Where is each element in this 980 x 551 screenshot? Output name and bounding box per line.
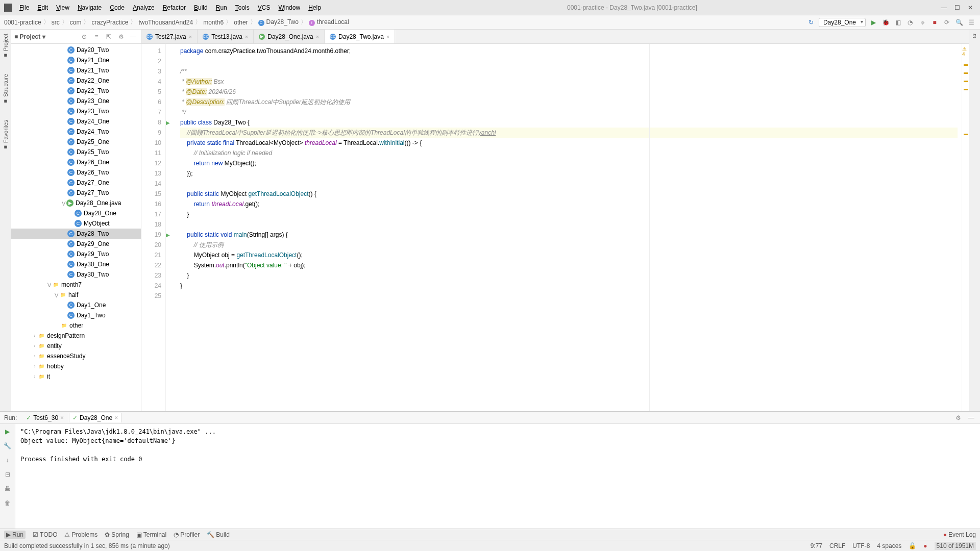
readonly-icon[interactable]: 🔓 <box>909 542 916 549</box>
tree-item-day20-two[interactable]: Day20_Two <box>11 45 141 55</box>
settings-icon[interactable]: ☰ <box>967 18 976 27</box>
gutter-marker[interactable] <box>166 199 176 209</box>
tree-item-half[interactable]: ⋁half <box>11 290 141 300</box>
tree-item-day1-two[interactable]: Day1_Two <box>11 310 141 320</box>
gutter-marker[interactable] <box>166 240 176 250</box>
line-number[interactable]: 18 <box>143 219 161 230</box>
breadcrumb-item[interactable]: Day28_Two <box>258 18 299 26</box>
tree-item-it[interactable]: ›it <box>11 371 141 382</box>
line-number[interactable]: 12 <box>143 158 161 168</box>
select-opened-icon[interactable]: ⊙ <box>80 32 89 41</box>
line-number[interactable]: 9 <box>143 128 161 138</box>
minimize-icon[interactable]: — <box>940 4 947 11</box>
tree-item-day30-two[interactable]: Day30_Two <box>11 269 141 280</box>
profile-icon[interactable]: ◔ <box>905 18 915 27</box>
tree-item-day29-one[interactable]: Day29_One <box>11 239 141 249</box>
run-tab-day28_one[interactable]: ✓ Day28_One × <box>69 413 121 422</box>
line-number[interactable]: 15 <box>143 189 161 199</box>
collapse-all-icon[interactable]: ⇱ <box>104 32 113 41</box>
line-number[interactable]: 14 <box>143 179 161 189</box>
code-line[interactable]: */ <box>180 107 958 117</box>
tree-item-day24-two[interactable]: Day24_Two <box>11 127 141 137</box>
menu-build[interactable]: Build <box>191 3 211 12</box>
attach-icon[interactable]: ⎆ <box>918 18 927 27</box>
expander-icon[interactable]: › <box>32 364 38 369</box>
refresh-icon[interactable]: ↻ <box>806 18 816 27</box>
line-number[interactable]: 13 <box>143 168 161 179</box>
breadcrumb-item[interactable]: other <box>234 19 248 26</box>
tree-item-day24-one[interactable]: Day24_One <box>11 116 141 127</box>
code-line[interactable] <box>180 56 958 66</box>
side-tool-favorites[interactable]: ■ Favorites <box>3 120 9 151</box>
side-tool-structure[interactable]: ■ Structure <box>3 74 9 105</box>
line-number[interactable]: 6 <box>143 97 161 107</box>
editor-tab-day28-one-java[interactable]: ▶Day28_One.java× <box>254 30 325 43</box>
tree-item-day21-one[interactable]: Day21_One <box>11 55 141 65</box>
line-number[interactable]: 25 <box>143 291 161 301</box>
indent-info[interactable]: 4 spaces <box>877 542 901 549</box>
line-number[interactable]: 19 <box>143 230 161 240</box>
tab-close-icon[interactable]: × <box>245 34 248 40</box>
line-number[interactable]: 5 <box>143 87 161 97</box>
tree-item-month7[interactable]: ⋁month7 <box>11 280 141 290</box>
code-line[interactable]: // 使用示例 <box>180 240 958 250</box>
menu-window[interactable]: Window <box>275 3 303 12</box>
gutter-marker[interactable] <box>166 77 176 87</box>
tool-problems[interactable]: ⚠ Problems <box>64 531 97 539</box>
breadcrumb-item[interactable]: fthreadLocal <box>309 18 349 26</box>
settings-gear-icon[interactable]: ⚙ <box>116 32 126 41</box>
menu-navigate[interactable]: Navigate <box>75 3 105 12</box>
line-number[interactable]: 8 <box>143 117 161 128</box>
tree-item-myobject[interactable]: MyObject <box>11 218 141 229</box>
code-line[interactable]: public class Day28_Two { <box>180 117 958 128</box>
line-number[interactable]: 23 <box>143 270 161 281</box>
line-number[interactable]: 2 <box>143 56 161 66</box>
expand-all-icon[interactable]: ≡ <box>92 32 101 41</box>
tree-item-day1-one[interactable]: Day1_One <box>11 300 141 310</box>
status-error-icon[interactable]: ● <box>923 542 927 549</box>
expander-icon[interactable]: ⋁ <box>46 282 52 287</box>
event-log-button[interactable]: ● Event Log <box>943 531 976 538</box>
editor-tab-day28-two-java[interactable]: CDay28_Two.java× <box>325 30 395 43</box>
line-number[interactable]: 11 <box>143 148 161 158</box>
tree-item-other[interactable]: other <box>11 320 141 331</box>
tree-item-day26-one[interactable]: Day26_One <box>11 157 141 167</box>
tree-item-day27-two[interactable]: Day27_Two <box>11 188 141 198</box>
tool-spring[interactable]: ✿ Spring <box>105 531 129 539</box>
code-line[interactable] <box>180 219 958 230</box>
tree-item-day28-one[interactable]: Day28_One <box>11 208 141 218</box>
gutter-marker[interactable] <box>166 189 176 199</box>
code-line[interactable]: * @Description: 回顾ThreadLocal中Supplier延迟… <box>180 97 958 107</box>
tree-item-day23-one[interactable]: Day23_One <box>11 96 141 106</box>
gutter-marker[interactable] <box>166 87 176 97</box>
breadcrumb-item[interactable]: 0001-practice <box>4 19 41 26</box>
run-hide-icon[interactable]: — <box>967 413 976 422</box>
tree-item-day21-two[interactable]: Day21_Two <box>11 65 141 76</box>
run-up-icon[interactable]: ⊟ <box>3 470 12 479</box>
warnings-badge[interactable]: ⚠ 4 <box>962 46 968 57</box>
code-line[interactable]: * @Date: 2024/6/26 <box>180 87 958 97</box>
code-line[interactable]: return new MyObject(); <box>180 158 958 168</box>
debug-icon[interactable]: 🐞 <box>881 18 890 27</box>
editor-tab-test27-java[interactable]: CTest27.java× <box>141 30 198 43</box>
expander-icon[interactable]: ⋁ <box>53 292 59 297</box>
gutter-marker[interactable] <box>166 46 176 56</box>
close-icon[interactable]: ✕ <box>967 4 974 11</box>
hide-icon[interactable]: — <box>129 32 138 41</box>
code-line[interactable]: } <box>180 281 958 291</box>
error-stripe[interactable]: ⚠ 4 <box>962 44 969 411</box>
code-line[interactable]: }); <box>180 168 958 179</box>
coverage-icon[interactable]: ◧ <box>893 18 902 27</box>
breadcrumb-item[interactable]: crazyPractice <box>91 19 128 26</box>
code-line[interactable]: } <box>180 270 958 281</box>
tab-close-icon[interactable]: × <box>189 34 192 40</box>
code-line[interactable]: // Initialization logic if needed <box>180 148 958 158</box>
tree-item-essencestudy[interactable]: ›essenceStudy <box>11 351 141 361</box>
line-number[interactable]: 10 <box>143 138 161 148</box>
heap-indicator[interactable]: 510 of 1951M <box>935 542 976 550</box>
menu-refactor[interactable]: Refactor <box>160 3 189 12</box>
menu-run[interactable]: Run <box>213 3 230 12</box>
gutter-marker[interactable] <box>166 179 176 189</box>
code-line[interactable]: * @Author: Bsx <box>180 77 958 87</box>
menu-code[interactable]: Code <box>107 3 128 12</box>
